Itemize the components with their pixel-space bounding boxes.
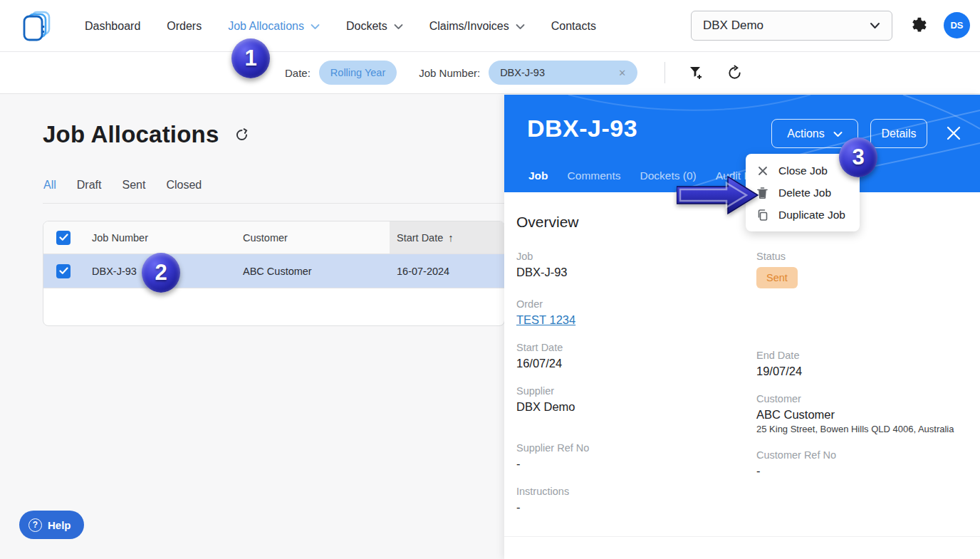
- job-value: DBX-J-93: [516, 266, 756, 279]
- job-number-filter-label: Job Number:: [419, 67, 480, 79]
- date-filter-label: Date:: [285, 67, 311, 79]
- help-button[interactable]: ? Help: [19, 511, 84, 539]
- tab-draft[interactable]: Draft: [77, 179, 102, 192]
- start-date-label: Start Date: [516, 342, 756, 353]
- date-filter-chip[interactable]: Rolling Year: [319, 61, 397, 85]
- menu-item-duplicate-job[interactable]: Duplicate Job: [746, 204, 860, 226]
- refresh-list-icon[interactable]: [234, 127, 249, 145]
- job-allocations-table: Job Number Customer Start Date ↑ DBX-J-9…: [43, 221, 505, 326]
- menu-item-label: Close Job: [778, 164, 828, 177]
- settings-gear-icon[interactable]: [909, 16, 929, 35]
- nav-label: Job Allocations: [228, 20, 304, 33]
- details-label: Details: [882, 127, 917, 140]
- customer-value: ABC Customer: [756, 408, 963, 422]
- app-logo-icon[interactable]: [20, 10, 53, 43]
- tab-closed[interactable]: Closed: [166, 179, 202, 192]
- annotation-step-3-badge: 3: [839, 137, 877, 177]
- table-header-row: Job Number Customer Start Date ↑: [43, 221, 504, 254]
- nav-label: Orders: [167, 20, 202, 33]
- nav-item-job-allocations[interactable]: Job Allocations: [228, 20, 320, 33]
- customer-ref-value: -: [756, 464, 963, 478]
- help-label: Help: [48, 519, 71, 531]
- nav-label: Claims/Invoices: [429, 20, 509, 33]
- details-button[interactable]: Details: [870, 119, 927, 148]
- menu-item-label: Delete Job: [778, 187, 831, 199]
- filter-bar: Date: Rolling Year Job Number: DBX-J-93 …: [0, 52, 980, 94]
- chevron-down-icon: [516, 23, 525, 30]
- row-checkbox[interactable]: [56, 264, 71, 278]
- job-detail-panel: DBX-J-93 Actions Details Job Comments Do…: [504, 95, 980, 559]
- company-select[interactable]: DBX Demo: [691, 11, 892, 41]
- instructions-value: -: [516, 501, 756, 514]
- nav-label: Dashboard: [85, 20, 140, 33]
- nav-item-dockets[interactable]: Dockets: [346, 20, 403, 33]
- job-label: Job: [516, 251, 756, 262]
- annotation-step-1-badge: 1: [231, 38, 270, 78]
- column-header-customer[interactable]: Customer: [243, 232, 390, 244]
- column-header-label: Start Date: [397, 232, 443, 244]
- cell-customer: ABC Customer: [243, 266, 390, 277]
- supplier-ref-value: -: [516, 457, 756, 471]
- supplier-label: Supplier: [516, 385, 756, 397]
- nav-label: Dockets: [346, 20, 387, 33]
- end-date-label: End Date: [756, 350, 963, 361]
- chevron-down-icon: [833, 131, 843, 137]
- page-title: Job Allocations: [43, 121, 219, 148]
- annotation-arrow: [677, 174, 761, 216]
- nav-item-dashboard[interactable]: Dashboard: [85, 20, 140, 33]
- table-row[interactable]: DBX-J-93 ABC Customer 16-07-2024: [43, 254, 504, 288]
- column-header-start-date[interactable]: Start Date ↑: [390, 221, 504, 254]
- instructions-label: Instructions: [516, 486, 756, 497]
- nav-item-claims-invoices[interactable]: Claims/Invoices: [429, 20, 525, 33]
- customer-ref-label: Customer Ref No: [756, 449, 963, 461]
- panel-body: Overview Job DBX-J-93 Order TEST 1234 St…: [504, 192, 980, 529]
- order-link[interactable]: TEST 1234: [516, 313, 575, 326]
- chevron-down-icon: [870, 22, 880, 29]
- customer-label: Customer: [756, 393, 963, 404]
- nav-menu: Dashboard Orders Job Allocations Dockets…: [85, 0, 596, 52]
- filter-divider: [664, 62, 665, 83]
- status-tabs: All Draft Sent Closed: [43, 179, 202, 192]
- menu-item-delete-job[interactable]: Delete Job: [746, 182, 860, 204]
- top-navigation: Dashboard Orders Job Allocations Dockets…: [0, 0, 980, 52]
- user-avatar[interactable]: DS: [944, 12, 970, 38]
- nav-label: Contacts: [551, 20, 596, 33]
- avatar-initials: DS: [950, 20, 963, 31]
- chevron-down-icon: [311, 23, 320, 30]
- panel-footer-divider: [504, 536, 980, 537]
- end-date-value: 19/07/24: [756, 365, 963, 378]
- company-select-value: DBX Demo: [703, 19, 763, 33]
- chevron-down-icon: [394, 23, 403, 30]
- clear-filter-icon[interactable]: ✕: [618, 68, 626, 78]
- overview-heading: Overview: [516, 214, 963, 231]
- panel-title: DBX-J-93: [527, 115, 637, 142]
- actions-label: Actions: [787, 127, 824, 140]
- job-number-filter-value: DBX-J-93: [500, 67, 545, 78]
- menu-item-label: Duplicate Job: [778, 209, 845, 221]
- question-mark-icon: ?: [28, 518, 42, 532]
- date-filter-value: Rolling Year: [330, 67, 385, 78]
- supplier-value: DBX Demo: [516, 400, 756, 414]
- tab-sent[interactable]: Sent: [122, 179, 145, 192]
- job-number-filter-chip[interactable]: DBX-J-93 ✕: [489, 61, 637, 85]
- customer-address: 25 King Street, Bowen Hills QLD 4006, Au…: [756, 424, 963, 434]
- annotation-step-2-badge: 2: [142, 253, 180, 293]
- status-label: Status: [756, 251, 963, 262]
- supplier-ref-label: Supplier Ref No: [516, 442, 756, 454]
- sort-ascending-icon[interactable]: ↑: [448, 231, 454, 244]
- panel-tab-comments[interactable]: Comments: [568, 169, 621, 182]
- add-filter-icon[interactable]: [682, 59, 709, 86]
- reset-filters-icon[interactable]: [721, 59, 748, 86]
- select-all-checkbox[interactable]: [56, 231, 71, 245]
- cell-start-date: 16-07-2024: [390, 254, 504, 288]
- status-badge: Sent: [756, 267, 798, 288]
- close-panel-icon[interactable]: [946, 125, 961, 141]
- nav-item-contacts[interactable]: Contacts: [551, 20, 596, 33]
- column-header-job-number[interactable]: Job Number: [83, 232, 243, 244]
- start-date-value: 16/07/24: [516, 357, 756, 370]
- panel-tab-job[interactable]: Job: [528, 169, 548, 182]
- tab-all[interactable]: All: [43, 179, 56, 192]
- nav-item-orders[interactable]: Orders: [167, 20, 202, 33]
- tabs-divider: [43, 203, 504, 204]
- order-label: Order: [516, 298, 756, 310]
